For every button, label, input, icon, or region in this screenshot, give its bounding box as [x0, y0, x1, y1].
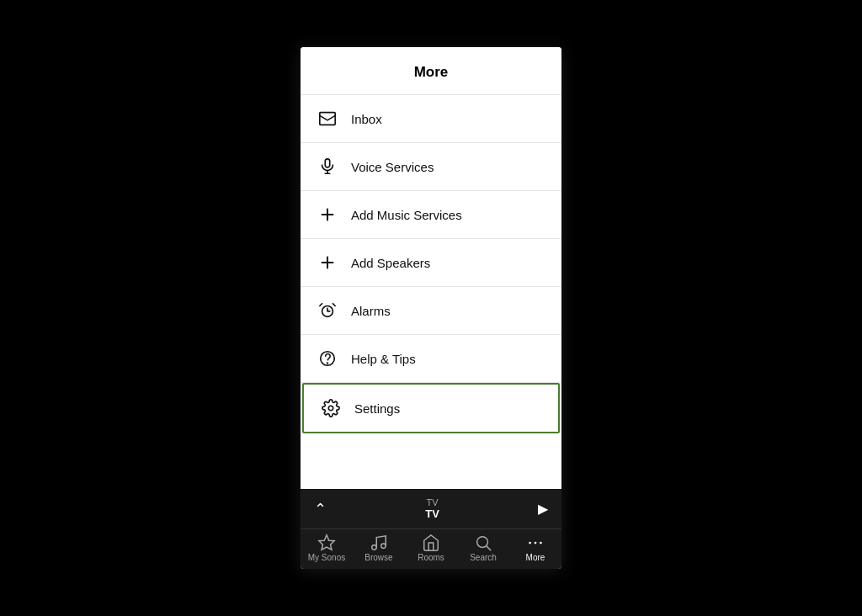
- bottom-nav: My Sonos Browse Rooms: [301, 528, 561, 569]
- help-label: Help & Tips: [351, 352, 416, 366]
- phone-container: More Inbox Voice Serv: [301, 47, 561, 569]
- add-speakers-label: Add Speakers: [351, 256, 430, 270]
- transport-bar: ⌃ TV TV ▶: [301, 489, 561, 528]
- microphone-icon: [317, 157, 338, 177]
- settings-label: Settings: [354, 401, 400, 416]
- alarm-icon: [317, 300, 338, 321]
- play-button[interactable]: ▶: [538, 501, 548, 517]
- nav-item-rooms[interactable]: Rooms: [410, 534, 452, 562]
- nav-item-browse[interactable]: Browse: [358, 534, 400, 562]
- header: More: [301, 47, 561, 95]
- chevron-up-icon[interactable]: ⌃: [314, 500, 327, 518]
- alarms-label: Alarms: [351, 304, 391, 318]
- svg-point-17: [477, 537, 488, 548]
- menu-item-help[interactable]: Help & Tips: [301, 335, 561, 383]
- rooms-nav-label: Rooms: [418, 553, 444, 562]
- search-icon: [473, 534, 493, 551]
- svg-point-19: [529, 542, 531, 544]
- add-speakers-icon: [317, 252, 338, 273]
- menu-item-alarms[interactable]: Alarms: [301, 287, 561, 335]
- voice-services-label: Voice Services: [351, 160, 434, 174]
- nav-item-search[interactable]: Search: [462, 534, 504, 562]
- page-title: More: [414, 64, 449, 80]
- my-sonos-nav-label: My Sonos: [308, 553, 345, 562]
- more-nav-label: More: [526, 553, 545, 562]
- nav-item-more[interactable]: More: [514, 534, 556, 562]
- menu-item-voice-services[interactable]: Voice Services: [301, 143, 561, 191]
- menu-item-add-speakers[interactable]: Add Speakers: [301, 239, 561, 287]
- svg-point-15: [372, 545, 377, 550]
- settings-icon: [321, 398, 341, 418]
- menu-item-settings[interactable]: Settings: [302, 383, 560, 433]
- svg-point-20: [535, 542, 537, 544]
- help-icon: [317, 348, 338, 369]
- menu-item-add-music[interactable]: Add Music Services: [301, 191, 561, 239]
- rooms-icon: [421, 534, 441, 551]
- inbox-icon: [317, 109, 338, 129]
- add-music-label: Add Music Services: [351, 208, 462, 222]
- add-music-icon: [317, 204, 338, 225]
- browse-icon: [369, 534, 389, 551]
- svg-line-18: [487, 546, 491, 550]
- svg-rect-1: [325, 159, 330, 167]
- transport-source-label: TV: [425, 497, 439, 507]
- search-nav-label: Search: [470, 553, 497, 562]
- browse-nav-label: Browse: [364, 553, 392, 562]
- inbox-label: Inbox: [351, 112, 382, 126]
- svg-line-9: [320, 304, 322, 306]
- now-playing-info: TV TV: [425, 497, 439, 520]
- svg-line-10: [333, 304, 335, 306]
- svg-marker-14: [319, 535, 334, 550]
- my-sonos-icon: [317, 534, 337, 551]
- nav-item-my-sonos[interactable]: My Sonos: [306, 534, 348, 562]
- svg-point-12: [327, 363, 328, 364]
- transport-room-label: TV: [425, 507, 439, 520]
- svg-rect-0: [320, 113, 335, 125]
- svg-point-16: [381, 544, 386, 549]
- menu-item-inbox[interactable]: Inbox: [301, 95, 561, 143]
- svg-point-21: [540, 542, 542, 544]
- menu-list: Inbox Voice Services Add M: [301, 95, 561, 489]
- svg-point-13: [328, 406, 333, 411]
- more-icon: [525, 534, 545, 551]
